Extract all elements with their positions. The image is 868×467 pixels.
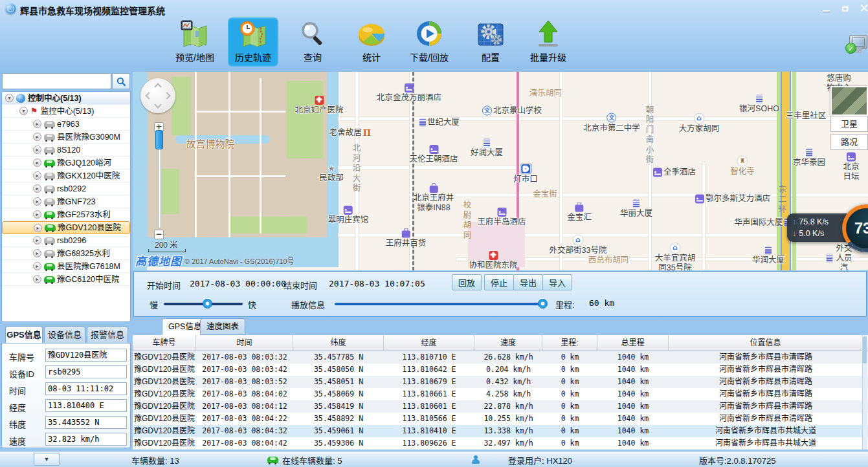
expand-icon[interactable]: ▸ xyxy=(33,236,41,244)
restore-button[interactable] xyxy=(837,3,852,13)
expand-icon[interactable]: ▸ xyxy=(33,197,41,206)
tree-vehicle-item[interactable]: ▸县医院豫G3090M xyxy=(2,131,130,144)
toolbar-query[interactable]: 查询 xyxy=(287,17,338,67)
map-poi: 王府井百货 xyxy=(386,228,427,248)
table-header-cell[interactable]: 时间 xyxy=(196,335,293,351)
minimize-button[interactable] xyxy=(818,3,834,13)
pan-down-icon[interactable] xyxy=(154,101,161,108)
toolbar-statistics[interactable]: 统计 xyxy=(346,17,397,67)
table-header-cell[interactable]: 里程: xyxy=(542,335,597,351)
info-field-value: 113.810400 E xyxy=(45,399,127,412)
table-header-cell[interactable]: 经度 xyxy=(384,335,474,351)
table-row[interactable]: 豫GDV120县医院2017-08-03 08:04:2235.458892 N… xyxy=(133,413,868,425)
export-button[interactable]: 导出 xyxy=(513,274,543,290)
satellite-button[interactable]: 卫星 xyxy=(830,116,868,132)
museum-icon: Π xyxy=(363,129,371,136)
expand-icon[interactable]: ▸ xyxy=(33,184,41,193)
table-header-cell[interactable]: 位置信息 xyxy=(669,335,863,351)
expand-icon[interactable]: ▸ xyxy=(33,120,41,128)
expand-icon[interactable]: ▸ xyxy=(33,133,41,141)
progress-slider-track[interactable] xyxy=(335,303,542,305)
pan-up-icon[interactable] xyxy=(154,83,161,90)
zoom-out-button[interactable]: − xyxy=(154,230,164,239)
toolbar-history-track[interactable]: 历史轨迹 xyxy=(228,17,278,67)
window-title: 辉县市急救车现场视频监控管理系统 xyxy=(20,4,165,17)
tree-vehicle-item[interactable]: ▸rsb0296 xyxy=(2,234,130,247)
expand-icon[interactable]: ▸ xyxy=(33,249,41,257)
map-poi: 好润大厦 xyxy=(471,139,503,158)
collapse-icon[interactable]: ▾ xyxy=(5,94,14,102)
tree-vehicle-item[interactable]: ▸豫GNF723 xyxy=(2,195,130,208)
map-canvas[interactable]: 故宫博物院+北京妇产医院老舍故居Π★民政部北河沿大街翠明庄宾馆北京金茂万丽酒店世… xyxy=(133,71,868,270)
tree-vehicle-item[interactable]: ▸豫GC6120中医院 xyxy=(2,273,130,286)
traffic-button[interactable]: 路况 xyxy=(830,134,868,150)
speed-slider-thumb[interactable] xyxy=(203,299,212,309)
table-cell: 22.878 km/h xyxy=(474,400,542,413)
expand-icon[interactable]: ▸ xyxy=(33,262,41,270)
table-header-cell[interactable]: 速度 xyxy=(474,335,542,351)
tree-vehicle-item[interactable]: ▸豫GF2573水利 xyxy=(2,208,130,221)
search-button[interactable] xyxy=(112,73,130,89)
toolbar-download-playback[interactable]: 下载/回放 xyxy=(404,17,454,67)
table-header-cell[interactable]: 车牌号 xyxy=(133,335,196,351)
tree-root-control-center[interactable]: ▾ 控制中心(5/13) xyxy=(2,92,130,105)
playback-button[interactable]: 回放 xyxy=(452,274,482,290)
table-row[interactable]: 豫GDV120县医院2017-08-03 08:03:5235.458051 N… xyxy=(133,376,868,388)
tab-alarm-info[interactable]: 报警信息 xyxy=(87,326,128,343)
start-time-value[interactable]: 2017-08-03 00:00:00 xyxy=(190,279,286,288)
tree-vehicle-item[interactable]: ▸豫GJQ120峪河 xyxy=(2,157,130,169)
expand-icon[interactable]: ▸ xyxy=(33,275,41,283)
pan-right-icon[interactable] xyxy=(163,92,170,99)
satellite-preview-thumbnail[interactable] xyxy=(830,86,868,116)
toolbar-config[interactable]: 配置 xyxy=(465,17,516,67)
import-button[interactable]: 导入 xyxy=(542,274,572,290)
expand-icon[interactable]: ▸ xyxy=(33,146,41,154)
map-pan-control[interactable] xyxy=(140,78,175,113)
collapse-icon[interactable]: ▾ xyxy=(19,107,28,115)
tree-vehicle-item[interactable]: ▸县医院豫G7618M xyxy=(2,260,130,273)
tab-gps-info[interactable]: GPS信息 xyxy=(5,326,43,343)
tree-root-label: 控制中心(5/13) xyxy=(28,92,82,105)
stop-button[interactable]: 停止 xyxy=(484,274,514,290)
table-scrollbar-thumb[interactable] xyxy=(863,336,867,364)
map-poi-label: 世纪大厦 xyxy=(427,118,460,127)
toolbar-preview-map[interactable]: 预览/地图 xyxy=(170,17,220,67)
tree-vehicle-item[interactable]: ▸豫G68325水利 xyxy=(2,247,130,260)
tree-group-monitor-center[interactable]: ▾ ⚑ 监控中心(5/13) xyxy=(2,105,130,118)
search-input[interactable] xyxy=(2,73,111,89)
table-row[interactable]: 豫GDV120县医院2017-08-03 08:03:3235.457785 N… xyxy=(133,351,868,364)
tree-vehicle-item[interactable]: ▸豫GKX120中医院 xyxy=(2,169,130,182)
table-row[interactable]: 豫GDV120县医院2017-08-03 08:04:3235.459061 N… xyxy=(133,425,868,437)
pan-left-icon[interactable] xyxy=(145,92,152,99)
mileage-value: 60 km xyxy=(589,298,614,308)
statusbar-dropdown-button[interactable]: ▼ xyxy=(34,453,60,466)
expand-icon[interactable]: ▸ xyxy=(34,224,42,232)
table-row[interactable]: 豫GDV120县医院2017-08-03 08:04:4235.459306 N… xyxy=(133,437,868,450)
tree-vehicle-item[interactable]: ▸e7963 xyxy=(2,118,130,131)
tree-vehicle-item[interactable]: ▸rsb0292 xyxy=(2,182,130,195)
end-time-value[interactable]: 2017-08-03 10:07:05 xyxy=(329,279,425,288)
table-cell: 0 km xyxy=(542,364,597,376)
map-poi-label: 北京景山学校 xyxy=(493,106,542,116)
tree-vehicle-item[interactable]: ▸8S120 xyxy=(2,144,130,157)
expand-icon[interactable]: ▸ xyxy=(33,158,41,167)
expand-icon[interactable]: ▸ xyxy=(33,171,41,180)
close-button[interactable] xyxy=(857,3,868,13)
building-icon xyxy=(484,139,490,147)
table-row[interactable]: 豫GDV120县医院2017-08-03 08:03:4235.458050 N… xyxy=(133,364,868,376)
table-cell: 35.459061 N xyxy=(293,425,384,437)
table-cell: 35.458050 N xyxy=(293,364,384,376)
progress-slider-thumb[interactable] xyxy=(538,299,548,309)
table-header-cell[interactable]: 总里程 xyxy=(597,335,669,351)
table-header-cell[interactable]: 纬度 xyxy=(293,335,384,351)
table-row[interactable]: 豫GDV120县医院2017-08-03 08:04:0235.458069 N… xyxy=(133,388,868,400)
toolbar-batch-upgrade[interactable]: 批量升级 xyxy=(523,17,573,67)
tree-vehicle-item[interactable]: ▸豫GDV120县医院 xyxy=(2,221,130,234)
table-row[interactable]: 豫GDV120县医院2017-08-03 08:04:1235.458419 N… xyxy=(133,400,868,413)
map-poi: ⌂大羊宜宾胡 同35号院 xyxy=(655,243,696,270)
tab-device-info[interactable]: 设备信息 xyxy=(44,326,85,343)
zoom-slider-thumb[interactable] xyxy=(155,130,163,149)
table-cell: 1040 km xyxy=(597,364,669,376)
tab-speed-chart[interactable]: 速度图表 xyxy=(200,318,245,335)
expand-icon[interactable]: ▸ xyxy=(33,210,41,219)
